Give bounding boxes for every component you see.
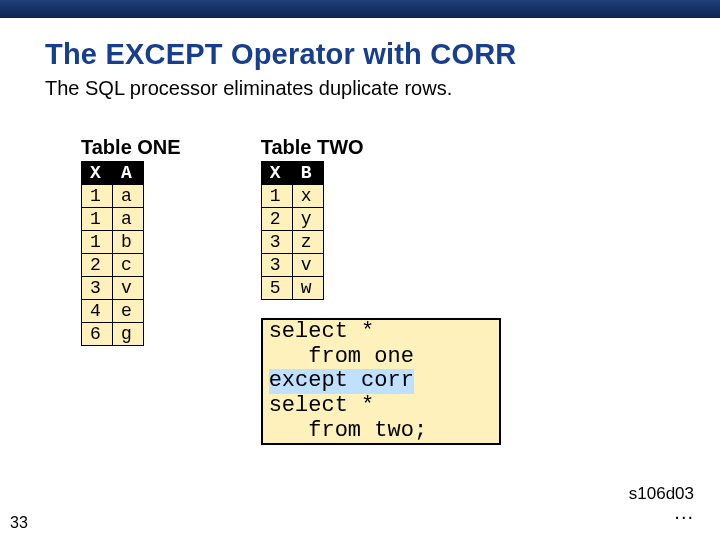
table-cell: 5 [261,277,292,300]
table-one-block: Table ONE X A 1a 1a 1b 2c 3v 4e 6g [81,136,181,445]
table-two: X B 1x 2y 3z 3v 5w [261,161,324,300]
table-cell: z [292,231,323,254]
table-cell: 3 [261,254,292,277]
slide-title: The EXCEPT Operator with CORR [45,38,690,71]
query-line: select * [269,319,375,344]
query-line: from one [269,344,414,369]
table-row: 3v [261,254,323,277]
table-cell: 3 [261,231,292,254]
table-one: X A 1a 1a 1b 2c 3v 4e 6g [81,161,144,346]
query-highlight-except: except [269,369,348,394]
table-header-cell: X [261,162,292,185]
table-cell: w [292,277,323,300]
table-row: 1b [82,231,144,254]
table-row: X A [82,162,144,185]
table-cell: c [113,254,144,277]
table-cell: 1 [82,231,113,254]
slide-code: s106d03 ... [629,485,694,522]
table-row: 3v [82,277,144,300]
table-header-cell: A [113,162,144,185]
table-cell: v [113,277,144,300]
table-cell: a [113,208,144,231]
table-two-block: Table TWO X B 1x 2y 3z 3v 5w select * fr… [261,136,501,445]
table-row: X B [261,162,323,185]
table-row: 1a [82,208,144,231]
sql-query: select * from one except corr select * f… [261,318,501,445]
table-row: 3z [261,231,323,254]
table-row: 1x [261,185,323,208]
table-two-label: Table TWO [261,136,501,159]
table-cell: y [292,208,323,231]
table-row: 1a [82,185,144,208]
table-header-cell: B [292,162,323,185]
table-cell: 1 [261,185,292,208]
table-row: 4e [82,300,144,323]
table-row: 5w [261,277,323,300]
table-cell: 2 [82,254,113,277]
table-cell: 1 [82,208,113,231]
table-cell: 6 [82,323,113,346]
table-row: 2c [82,254,144,277]
query-line: from two; [269,418,427,443]
table-cell: 4 [82,300,113,323]
tables-row: Table ONE X A 1a 1a 1b 2c 3v 4e 6g Table… [45,136,690,445]
table-cell: b [113,231,144,254]
table-cell: x [292,185,323,208]
table-cell: a [113,185,144,208]
table-one-label: Table ONE [81,136,181,159]
table-cell: 1 [82,185,113,208]
table-cell: g [113,323,144,346]
table-cell: v [292,254,323,277]
table-row: 6g [82,323,144,346]
query-line: select * [269,393,375,418]
slide-number: 33 [10,514,28,532]
header-bar [0,0,720,18]
slide-subtitle: The SQL processor eliminates duplicate r… [45,77,690,100]
table-cell: 3 [82,277,113,300]
continuation-dots: ... [674,501,694,523]
slide-body: The EXCEPT Operator with CORR The SQL pr… [0,18,720,540]
query-highlight-corr: corr [348,369,414,394]
table-header-cell: X [82,162,113,185]
table-cell: e [113,300,144,323]
table-row: 2y [261,208,323,231]
table-cell: 2 [261,208,292,231]
